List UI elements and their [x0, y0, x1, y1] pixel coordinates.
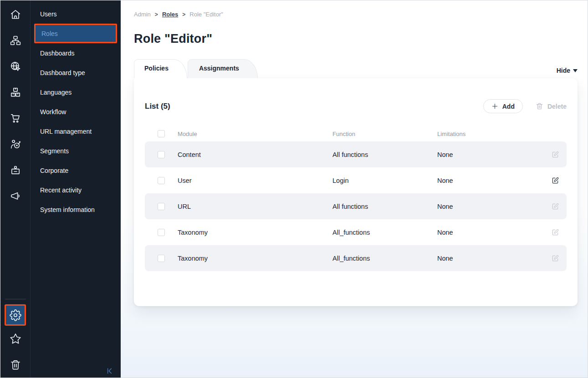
delete-button[interactable]: Delete	[536, 102, 567, 110]
cell-module: URL	[178, 203, 332, 210]
settings-gear-icon[interactable]	[5, 304, 26, 326]
cell-function: All_functions	[332, 229, 437, 236]
sidebar-item-languages[interactable]: Languages	[31, 82, 121, 102]
caret-down-icon	[573, 69, 578, 72]
table-row: URL All functions None	[145, 193, 567, 219]
collapse-sidebar-icon[interactable]	[106, 367, 113, 375]
packages-icon[interactable]	[0, 79, 30, 105]
add-button-label: Add	[502, 103, 515, 110]
page-title: Role "Editor"	[134, 32, 578, 46]
sitemap-icon[interactable]	[0, 27, 30, 53]
badge-icon[interactable]	[0, 157, 30, 183]
breadcrumb-separator: >	[182, 11, 185, 18]
main-content: Admin > Roles > Role "Editor" Role "Edit…	[121, 0, 588, 378]
row-checkbox[interactable]	[158, 177, 165, 184]
tab-row: Policies Assignments Hide	[134, 59, 578, 78]
cell-limitations: None	[437, 177, 541, 184]
sidebar-item-users[interactable]: Users	[31, 4, 121, 24]
sidebar-item-label: System information	[40, 206, 95, 213]
row-checkbox[interactable]	[158, 255, 165, 262]
app-window: Users Roles Dashboards Dashboard type La…	[0, 0, 588, 378]
sidebar-item-label: URL management	[40, 128, 92, 135]
trash-icon[interactable]	[0, 352, 30, 378]
cell-function: All functions	[332, 151, 437, 158]
row-checkbox[interactable]	[158, 203, 165, 210]
cell-limitations: None	[437, 151, 541, 158]
rail-divider	[5, 299, 26, 299]
list-header: List (5) Add Delete	[145, 78, 567, 113]
row-checkbox[interactable]	[158, 151, 165, 158]
breadcrumb-item-admin: Admin	[134, 11, 151, 18]
column-header-module: Module	[178, 131, 332, 137]
tab-label: Assignments	[199, 65, 239, 72]
rail-bottom-group	[0, 297, 30, 378]
delete-button-label: Delete	[547, 103, 567, 110]
hide-toggle[interactable]: Hide	[557, 67, 578, 78]
cell-limitations: None	[437, 203, 541, 210]
breadcrumb-item-current: Role "Editor"	[189, 11, 223, 18]
sidebar-item-label: Languages	[40, 89, 72, 96]
tab-label: Policies	[144, 65, 169, 72]
cell-limitations: None	[437, 229, 541, 236]
edit-icon[interactable]	[551, 254, 559, 262]
list-actions: Add Delete	[483, 99, 567, 113]
sidebar-item-recent-activity[interactable]: Recent activity	[31, 180, 121, 200]
admin-menu: Users Roles Dashboards Dashboard type La…	[31, 0, 121, 378]
column-header-function: Function	[332, 131, 437, 137]
sidebar-item-label: Dashboard type	[40, 69, 85, 76]
sidebar-item-label: Segments	[40, 147, 69, 155]
add-button[interactable]: Add	[483, 99, 523, 113]
cell-module: User	[178, 177, 332, 184]
cell-module: Content	[178, 151, 332, 158]
row-checkbox[interactable]	[158, 229, 165, 236]
table-row: User Login None	[145, 167, 567, 193]
sidebar-item-workflow[interactable]: Workflow	[31, 102, 121, 121]
edit-icon[interactable]	[551, 151, 559, 159]
sidebar-item-label: Users	[40, 10, 57, 18]
sidebar-item-label: Roles	[41, 30, 58, 37]
select-all-checkbox[interactable]	[158, 130, 165, 137]
sidebar-item-url-management[interactable]: URL management	[31, 121, 121, 141]
cart-icon[interactable]	[0, 105, 30, 131]
table-row: Taxonomy All_functions None	[145, 219, 567, 245]
hide-label: Hide	[557, 67, 570, 74]
breadcrumb-separator: >	[155, 11, 158, 18]
sidebar-item-system-information[interactable]: System information	[31, 200, 121, 219]
sidebar-item-roles[interactable]: Roles	[34, 24, 117, 43]
breadcrumb: Admin > Roles > Role "Editor"	[134, 0, 578, 18]
sidebar-item-label: Corporate	[40, 167, 68, 174]
icon-rail	[0, 0, 31, 378]
cell-function: Login	[332, 177, 437, 184]
edit-icon[interactable]	[551, 202, 559, 211]
table-row: Content All functions None	[145, 141, 567, 167]
globe-pointer-icon[interactable]	[0, 53, 30, 79]
sidebar-item-label: Recent activity	[40, 186, 82, 194]
edit-icon[interactable]	[551, 228, 559, 237]
sidebar-item-segments[interactable]: Segments	[31, 141, 121, 161]
sidebar-item-label: Dashboards	[40, 50, 75, 57]
home-icon[interactable]	[0, 1, 30, 27]
table-header-row: Module Function Limitations	[145, 126, 567, 141]
cell-limitations: None	[437, 255, 541, 262]
breadcrumb-link-roles[interactable]: Roles	[162, 11, 178, 18]
column-header-limitations: Limitations	[437, 131, 541, 137]
megaphone-icon[interactable]	[0, 183, 30, 209]
trash-icon	[536, 102, 543, 110]
tab-assignments[interactable]: Assignments	[188, 59, 258, 78]
list-title: List (5)	[145, 102, 170, 111]
policies-panel: List (5) Add Delete Module Function Limi	[134, 78, 578, 306]
sidebar-item-label: Workflow	[40, 108, 66, 116]
sidebar-item-corporate[interactable]: Corporate	[31, 161, 121, 180]
star-icon[interactable]	[0, 326, 30, 352]
plus-icon	[491, 103, 498, 110]
sidebar-item-dashboards[interactable]: Dashboards	[31, 43, 121, 63]
cell-module: Taxonomy	[178, 229, 332, 236]
table-row: Taxonomy All_functions None	[145, 245, 567, 271]
cell-function: All functions	[332, 203, 437, 210]
sidebar-item-dashboard-type[interactable]: Dashboard type	[31, 63, 121, 82]
segments-target-icon[interactable]	[0, 131, 30, 157]
edit-icon[interactable]	[551, 176, 559, 185]
tab-policies[interactable]: Policies	[134, 59, 187, 78]
cell-function: All_functions	[332, 255, 437, 262]
cell-module: Taxonomy	[178, 255, 332, 262]
